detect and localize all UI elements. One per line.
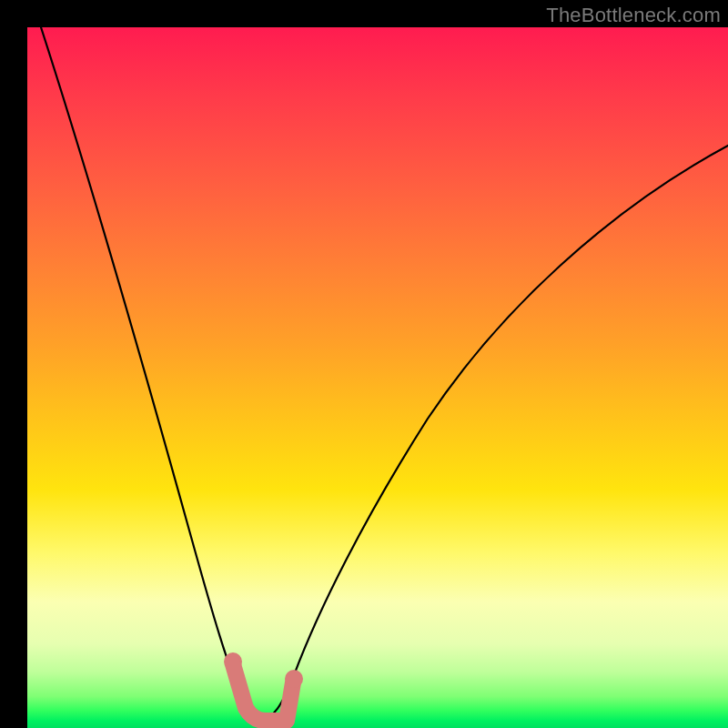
optimal-range-marker: [27, 27, 728, 728]
svg-point-0: [224, 652, 242, 671]
svg-point-1: [285, 670, 303, 688]
plot-area: [27, 27, 728, 728]
bottleneck-curve: [27, 27, 728, 728]
watermark-text: TheBottleneck.com: [546, 4, 721, 27]
